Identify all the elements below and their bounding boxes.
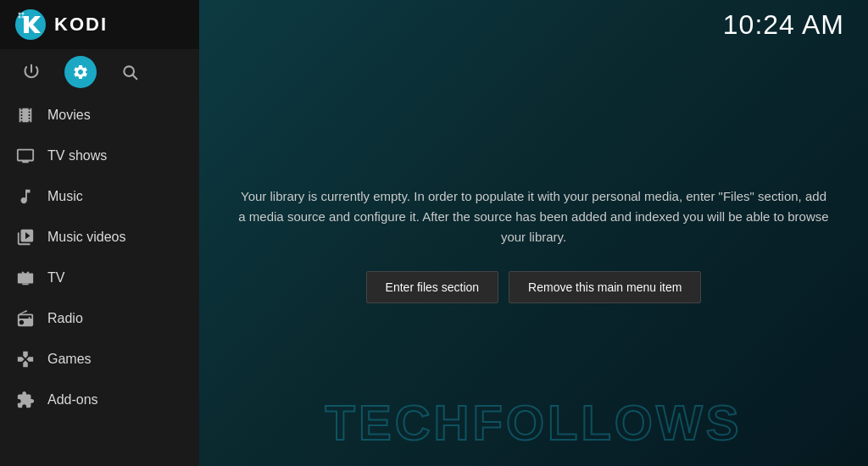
main-content: 10:24 AM Your library is currently empty… <box>199 0 868 466</box>
musicvideos-icon <box>15 227 36 247</box>
content-area: Your library is currently empty. In orde… <box>199 49 868 466</box>
power-button[interactable] <box>15 56 47 88</box>
sidebar-item-music[interactable]: Music <box>0 176 199 217</box>
search-icon <box>121 64 138 80</box>
kodi-logo-icon <box>15 9 46 40</box>
time-display: 10:24 AM <box>723 9 844 41</box>
nav-list: Movies TV shows Music Musi <box>0 95 199 466</box>
sidebar-item-addons[interactable]: Add-ons <box>0 380 199 420</box>
sidebar-item-tv-label: TV <box>47 270 64 286</box>
addons-icon <box>15 390 36 410</box>
power-icon <box>23 64 40 80</box>
sidebar-header: KODI <box>0 0 199 49</box>
remove-menu-item-button[interactable]: Remove this main menu item <box>509 271 701 303</box>
search-button[interactable] <box>114 56 146 88</box>
sidebar-item-musicvideos[interactable]: Music videos <box>0 217 199 258</box>
enter-files-button[interactable]: Enter files section <box>366 271 499 303</box>
sidebar-toolbar <box>0 49 199 95</box>
sidebar-item-addons-label: Add-ons <box>47 392 98 408</box>
sidebar-item-games[interactable]: Games <box>0 339 199 380</box>
svg-line-7 <box>133 75 137 80</box>
gear-icon <box>72 64 89 80</box>
sidebar-item-musicvideos-label: Music videos <box>47 230 125 245</box>
app-title: KODI <box>54 14 108 36</box>
settings-button[interactable] <box>64 56 97 88</box>
sidebar-item-movies-label: Movies <box>47 108 91 123</box>
sidebar-item-tvshows-label: TV shows <box>47 148 107 164</box>
empty-library-message: Your library is currently empty. In orde… <box>237 186 831 247</box>
sidebar-item-movies[interactable]: Movies <box>0 95 199 136</box>
movies-icon <box>15 105 36 125</box>
sidebar-item-tv[interactable]: TV <box>0 258 199 298</box>
games-icon <box>15 349 36 369</box>
tvshows-icon <box>15 146 36 166</box>
tv-icon <box>15 268 36 288</box>
sidebar-item-radio-label: Radio <box>47 311 83 326</box>
svg-point-3 <box>22 13 25 15</box>
sidebar: KODI <box>0 0 199 466</box>
action-buttons: Enter files section Remove this main men… <box>366 271 702 303</box>
top-bar: 10:24 AM <box>199 0 868 49</box>
svg-point-4 <box>19 16 21 19</box>
radio-icon <box>15 308 36 329</box>
svg-point-2 <box>19 13 21 15</box>
sidebar-item-music-label: Music <box>47 189 83 204</box>
sidebar-item-radio[interactable]: Radio <box>0 298 199 339</box>
sidebar-item-games-label: Games <box>47 352 92 367</box>
svg-point-5 <box>22 16 25 19</box>
sidebar-item-tvshows[interactable]: TV shows <box>0 136 199 176</box>
watermark: TECHFOLLOWS <box>326 394 743 451</box>
music-icon <box>15 186 36 207</box>
